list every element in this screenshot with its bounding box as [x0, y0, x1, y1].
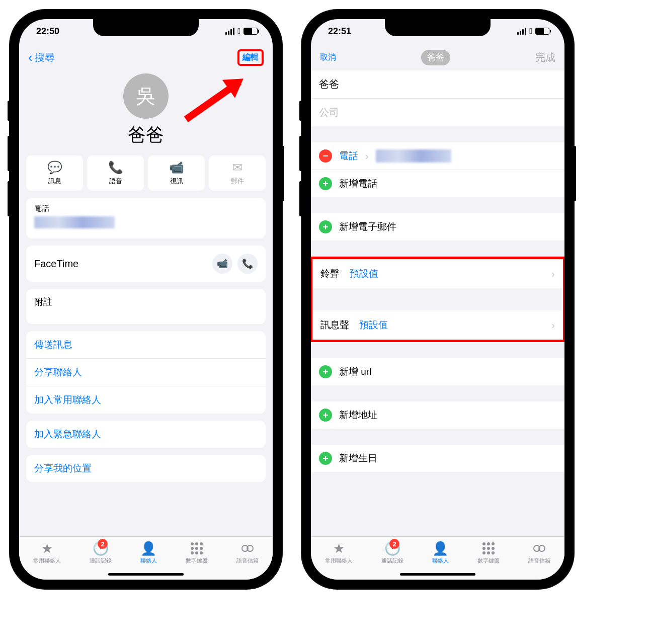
plus-icon: +: [319, 452, 332, 465]
tab-keypad[interactable]: 數字鍵盤: [186, 541, 208, 565]
voicemail-icon: [533, 541, 545, 556]
battery-icon: [244, 28, 258, 35]
phone-right: 22:51 􀙇 取消 爸爸 完成 爸爸 公司 − 電話 ›: [302, 10, 574, 589]
keypad-icon: [191, 541, 203, 556]
notch: [385, 19, 491, 36]
links-section: 傳送訊息 分享聯絡人 加入常用聯絡人: [26, 331, 266, 414]
video-icon: 📹: [217, 258, 228, 269]
chevron-right-icon: ›: [551, 268, 555, 280]
plus-icon: +: [319, 409, 332, 422]
status-time: 22:50: [36, 26, 59, 37]
back-button[interactable]: ‹ 搜尋: [28, 50, 55, 65]
signal-icon: [517, 28, 526, 35]
tones-highlight: 鈴聲 預設值 › 訊息聲 預設值 ›: [311, 257, 564, 342]
plus-icon: +: [319, 177, 332, 190]
tab-voicemail[interactable]: 語音信箱: [236, 541, 259, 565]
edit-highlight: 編輯: [237, 49, 264, 66]
phone-type-label[interactable]: 電話: [339, 149, 358, 163]
home-indicator[interactable]: [108, 573, 184, 576]
location-section: 分享我的位置: [26, 455, 266, 482]
facetime-audio-button[interactable]: 📞: [237, 254, 258, 274]
cancel-button[interactable]: 取消: [320, 52, 336, 63]
chevron-right-icon: ›: [551, 319, 555, 331]
contact-chip: 爸爸: [421, 50, 450, 65]
edit-nav-bar: 取消 爸爸 完成: [311, 43, 564, 68]
wifi-icon: 􀙇: [529, 27, 532, 36]
contact-name: 爸爸: [19, 123, 273, 147]
phone-label: 電話: [34, 204, 49, 213]
star-icon: ★: [41, 541, 53, 556]
share-contact-link[interactable]: 分享聯絡人: [26, 359, 266, 386]
name-field[interactable]: 爸爸: [311, 70, 564, 99]
signal-icon: [225, 28, 234, 35]
avatar[interactable]: 吳: [123, 73, 169, 119]
tab-contacts[interactable]: 👤 聯絡人: [140, 541, 157, 565]
person-icon: 👤: [140, 541, 156, 556]
phone-icon: 📞: [108, 160, 123, 175]
phone-left: 22:50 􀙇 ‹ 搜尋 編輯 吳 爸爸 💬: [10, 10, 282, 589]
star-icon: ★: [333, 541, 345, 556]
phone-icon: 📞: [242, 258, 253, 269]
action-row: 💬 訊息 📞 語音 📹 視訊 ✉ 郵件: [19, 155, 273, 198]
notch: [93, 19, 199, 36]
add-phone-row[interactable]: + 新增電話: [311, 170, 564, 197]
notes-section[interactable]: 附註: [26, 289, 266, 324]
add-url-row[interactable]: + 新增 url: [311, 358, 564, 385]
emergency-section: 加入緊急聯絡人: [26, 421, 266, 448]
mail-button: ✉ 郵件: [209, 155, 266, 191]
phone-section[interactable]: 電話: [26, 198, 266, 238]
tab-favorites[interactable]: ★ 常用聯絡人: [325, 541, 353, 565]
add-address-row[interactable]: + 新增地址: [311, 401, 564, 429]
avatar-initial: 吳: [136, 84, 155, 109]
add-birthday-row[interactable]: + 新增生日: [311, 445, 564, 472]
facetime-label: FaceTime: [34, 258, 78, 270]
facetime-video-button[interactable]: 📹: [212, 254, 232, 274]
notes-label: 附註: [34, 296, 52, 308]
send-message-link[interactable]: 傳送訊息: [26, 331, 266, 359]
voicemail-icon: [241, 541, 254, 556]
tab-contacts[interactable]: 👤 聯絡人: [432, 541, 449, 565]
video-button[interactable]: 📹 視訊: [148, 155, 205, 191]
back-label: 搜尋: [35, 51, 55, 64]
nav-bar: ‹ 搜尋 編輯: [19, 43, 273, 68]
add-favorite-link[interactable]: 加入常用聯絡人: [26, 386, 266, 414]
ringtone-row[interactable]: 鈴聲 預設值 ›: [312, 259, 563, 288]
edit-button[interactable]: 編輯: [242, 53, 259, 61]
mail-icon: ✉: [232, 160, 242, 175]
tab-voicemail[interactable]: 語音信箱: [528, 541, 550, 565]
tab-recents[interactable]: 🕐 2 通話記錄: [381, 541, 403, 565]
message-button[interactable]: 💬 訊息: [26, 155, 83, 191]
plus-icon: +: [319, 220, 332, 233]
minus-icon[interactable]: −: [319, 149, 332, 163]
phone-number-blurred: [376, 149, 451, 163]
wifi-icon: 􀙇: [237, 27, 240, 36]
phone-row[interactable]: − 電話 ›: [311, 142, 564, 170]
voice-button[interactable]: 📞 語音: [87, 155, 144, 191]
tab-keypad[interactable]: 數字鍵盤: [477, 541, 500, 565]
add-emergency-link[interactable]: 加入緊急聯絡人: [26, 421, 266, 448]
message-icon: 💬: [47, 160, 62, 175]
phone-number-blurred: [34, 216, 115, 228]
done-button[interactable]: 完成: [535, 51, 555, 64]
keypad-icon: [482, 541, 495, 556]
chevron-right-icon: ›: [365, 150, 369, 162]
share-location-link[interactable]: 分享我的位置: [26, 455, 266, 482]
facetime-section: FaceTime 📹 📞: [26, 246, 266, 282]
plus-icon: +: [319, 365, 332, 378]
chevron-left-icon: ‹: [28, 50, 33, 65]
battery-icon: [535, 28, 549, 35]
status-time: 22:51: [328, 26, 351, 37]
home-indicator[interactable]: [400, 573, 475, 576]
tab-recents[interactable]: 🕐 2 通話記錄: [90, 541, 112, 565]
video-icon: 📹: [169, 160, 184, 175]
person-icon: 👤: [432, 541, 448, 556]
add-email-row[interactable]: + 新增電子郵件: [311, 213, 564, 240]
texttone-row[interactable]: 訊息聲 預設值 ›: [312, 310, 563, 340]
company-field[interactable]: 公司: [311, 99, 564, 126]
tab-favorites[interactable]: ★ 常用聯絡人: [33, 541, 61, 565]
